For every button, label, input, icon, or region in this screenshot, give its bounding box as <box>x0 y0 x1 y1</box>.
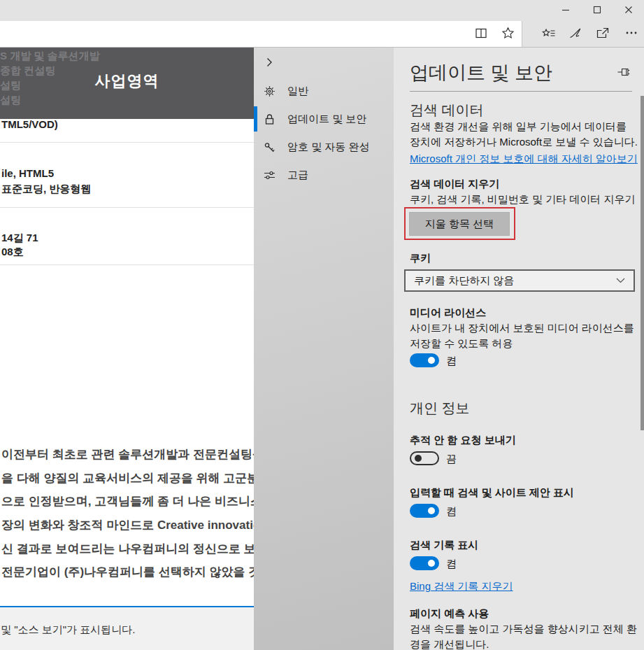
privacy-learn-more-link[interactable]: Microsoft 개인 정보 보호에 대해 자세히 알아보기 <box>410 153 638 166</box>
cookies-label: 쿠키 <box>410 252 431 265</box>
media-licenses-heading: 미디어 라이선스 <box>410 306 486 320</box>
media-licenses-toggle-state: 켬 <box>446 355 457 368</box>
divider <box>0 264 254 265</box>
settings-panel: 업데이트 및 보안 검색 데이터 검색 환경 개선을 위해 일부 기능에서 데이… <box>394 48 644 650</box>
webpage: S 개발 및 솔루션개발 종합 컨설팅 설팅 설팅 사업영역 TML5/VOD)… <box>0 48 254 650</box>
search-suggestions-label: 입력할 때 검색 및 사이트 제안 표시 <box>410 486 574 500</box>
do-not-track-toggle[interactable] <box>410 451 439 465</box>
do-not-track-toggle-state: 끔 <box>446 453 457 466</box>
key-icon <box>264 141 276 153</box>
collapse-panel-button[interactable] <box>264 57 275 71</box>
minimize-icon <box>561 4 570 17</box>
web-note-icon <box>568 27 582 42</box>
reading-view-icon <box>474 27 488 42</box>
webpage-info-line: 표준코딩, 반응형웹 <box>1 183 91 196</box>
red-highlight-annotation <box>404 207 515 240</box>
close-button[interactable] <box>613 0 644 21</box>
browsing-data-desc: 검색 환경 개선을 위해 일부 기능에서 데이터를 <box>410 120 627 134</box>
hub-icon <box>542 27 556 42</box>
clear-bing-history-link[interactable]: Bing 검색 기록 지우기 <box>410 580 513 593</box>
maximize-button[interactable] <box>581 0 613 21</box>
lock-icon <box>264 113 276 125</box>
share-icon <box>596 27 610 42</box>
nav-item-label: 일반 <box>287 85 308 98</box>
do-not-track-label: 추적 안 함 요청 보내기 <box>410 434 516 447</box>
webpage-paragraph-line: 전문기업이 (주)나우컴퍼니를 선택하지 않았을 것입니 <box>1 564 254 580</box>
webpage-header: S 개발 및 솔루션개발 종합 컨설팅 설팅 설팅 사업영역 <box>0 48 254 119</box>
browser-window: S 개발 및 솔루션개발 종합 컨설팅 설팅 설팅 사업영역 TML5/VOD)… <box>0 0 644 650</box>
clear-data-desc: 쿠키, 검색 기록, 비밀번호 및 기타 데이터 지우기 <box>410 193 636 206</box>
browsing-data-desc: 장치에 저장하거나 Microsoft로 보낼 수 있습니다. <box>410 136 638 149</box>
webpage-paragraph-line: 신 결과로 보여드리는 나우컴퍼니의 정신으로 보답하겠 <box>1 541 254 557</box>
webpage-title: 사업영역 <box>0 71 254 92</box>
chevron-right-icon <box>264 58 275 70</box>
search-suggestions-toggle-state: 켬 <box>446 505 457 518</box>
address-bar[interactable] <box>0 21 522 47</box>
chevron-down-icon <box>616 278 625 283</box>
share-button[interactable] <box>594 27 612 42</box>
pin-icon <box>617 66 630 78</box>
media-licenses-desc: 저장할 수 있도록 허용 <box>410 337 513 351</box>
nav-item-general[interactable]: 일반 <box>254 77 394 105</box>
nav-item-label: 암호 및 자동 완성 <box>287 141 370 154</box>
gear-icon <box>264 85 276 97</box>
media-licenses-desc: 사이트가 내 장치에서 보호된 미디어 라이선스를 <box>410 322 634 335</box>
clear-data-heading: 검색 데이터 지우기 <box>410 178 499 191</box>
nav-item-advanced[interactable]: 고급 <box>254 161 394 189</box>
web-note-button[interactable] <box>566 27 585 42</box>
webpage-info-line: 08호 <box>1 246 24 259</box>
page-prediction-desc: 검색 속도를 높이고 가독성을 향상시키고 전체 환 <box>410 623 637 636</box>
notification-bar: 및 "소스 보기"가 표시됩니다. <box>0 607 254 650</box>
webpage-paragraph-line: 으로 인정받으며, 고객님들께 좀 더 나은 비즈니스 환경 <box>1 493 254 509</box>
search-history-label: 검색 기록 표시 <box>410 539 478 552</box>
cookies-dropdown[interactable]: 쿠키를 차단하지 않음 <box>404 269 635 292</box>
webpage-info-line: 14길 71 <box>1 232 38 245</box>
media-licenses-toggle[interactable] <box>410 353 439 367</box>
search-suggestions-toggle[interactable] <box>410 504 439 518</box>
settings-nav: 일반 업데이트 및 보안 암호 및 자동 완성 고급 <box>254 48 394 650</box>
minimize-button[interactable] <box>550 0 581 21</box>
divider <box>0 142 254 143</box>
divider <box>0 207 254 208</box>
webpage-paragraph-line: 을 다해 양질의 교육서비스의 제공을 위해 고군분투해 왔 <box>1 470 254 486</box>
webpage-paragraph-line: 이전부터 최초로 관련 솔루션개발과 전문컨설팅을 시작 <box>1 446 254 462</box>
settings-nav-list: 일반 업데이트 및 보안 암호 및 자동 완성 고급 <box>254 77 394 189</box>
webpage-menu-item: 설팅 <box>0 94 21 107</box>
nav-item-label: 업데이트 및 보안 <box>287 113 366 126</box>
hub-button[interactable] <box>540 27 558 42</box>
pin-panel-button[interactable] <box>617 66 630 79</box>
page-prediction-desc: 경을 개선됩니다. <box>410 638 489 650</box>
webpage-info-line: TML5/VOD) <box>1 118 58 130</box>
more-icon <box>625 27 638 41</box>
add-favorite-button[interactable] <box>499 27 516 42</box>
webpage-paragraph-line: 장의 변화와 창조적 마인드로 Creative innovation을 <box>1 517 254 533</box>
window-controls <box>550 0 644 21</box>
settings-more-button[interactable] <box>622 27 641 42</box>
panel-scrollbar[interactable] <box>641 96 644 430</box>
search-history-toggle[interactable] <box>410 556 439 570</box>
browsing-data-heading: 검색 데이터 <box>410 101 484 120</box>
divider <box>410 91 632 92</box>
notification-text: 및 "소스 보기"가 표시됩니다. <box>1 623 135 637</box>
nav-item-update-security[interactable]: 업데이트 및 보안 <box>254 105 394 133</box>
reading-view-button[interactable] <box>473 27 489 42</box>
nav-item-label: 고급 <box>287 169 308 182</box>
webpage-info-line: ile, HTML5 <box>1 167 54 179</box>
title-bar <box>0 0 644 21</box>
favorite-star-icon <box>501 27 515 42</box>
close-icon <box>624 4 633 17</box>
webpage-menu-item: S 개발 및 솔루션개발 <box>0 50 100 63</box>
sliders-icon <box>264 169 276 181</box>
page-prediction-heading: 페이지 예측 사용 <box>410 607 489 621</box>
browser-toolbar <box>0 21 644 48</box>
nav-item-passwords-autofill[interactable]: 암호 및 자동 완성 <box>254 133 394 161</box>
content-area: S 개발 및 솔루션개발 종합 컨설팅 설팅 설팅 사업영역 TML5/VOD)… <box>0 48 644 650</box>
maximize-icon <box>593 4 601 17</box>
search-history-toggle-state: 켬 <box>446 558 457 571</box>
panel-title: 업데이트 및 보안 <box>410 60 552 85</box>
cookies-dropdown-value: 쿠키를 차단하지 않음 <box>414 274 514 288</box>
privacy-heading: 개인 정보 <box>410 399 470 418</box>
